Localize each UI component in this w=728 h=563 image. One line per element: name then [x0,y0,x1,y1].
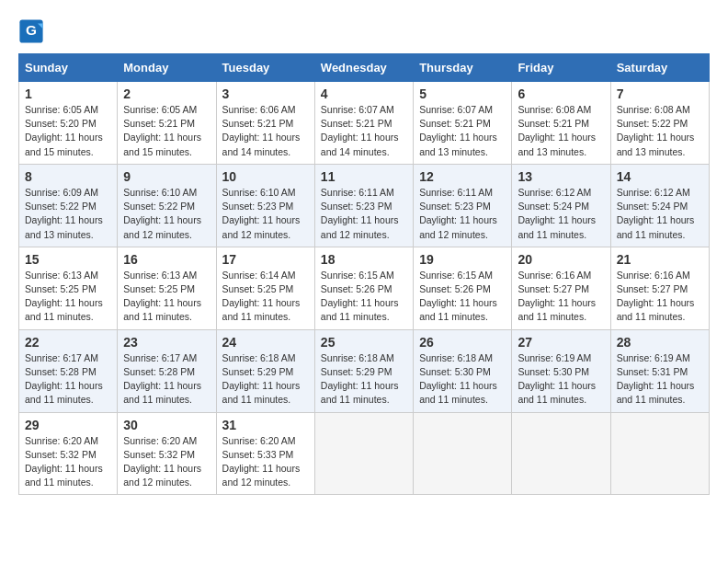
cell-info: Sunrise: 6:07 AMSunset: 5:21 PMDaylight:… [419,104,497,157]
day-number: 9 [123,169,210,184]
calendar-cell: 25 Sunrise: 6:18 AMSunset: 5:29 PMDaylig… [314,329,413,412]
calendar-cell: 7 Sunrise: 6:08 AMSunset: 5:22 PMDayligh… [610,82,709,165]
calendar-cell [414,412,512,495]
cell-info: Sunrise: 6:10 AMSunset: 5:22 PMDaylight:… [123,187,201,240]
day-number: 16 [123,252,210,267]
column-header-thursday: Thursday [414,54,512,82]
calendar-cell: 16 Sunrise: 6:13 AMSunset: 5:25 PMDaylig… [118,247,216,329]
day-number: 1 [25,86,111,101]
cell-info: Sunrise: 6:05 AMSunset: 5:21 PMDaylight:… [123,104,201,157]
day-number: 26 [419,335,506,350]
general-blue-icon: G [18,18,44,44]
calendar-cell: 29 Sunrise: 6:20 AMSunset: 5:32 PMDaylig… [19,412,118,495]
day-number: 2 [123,86,210,101]
cell-info: Sunrise: 6:18 AMSunset: 5:29 PMDaylight:… [222,352,301,406]
calendar-header-row: SundayMondayTuesdayWednesdayThursdayFrid… [19,54,710,82]
day-number: 4 [321,86,407,101]
calendar-table: SundayMondayTuesdayWednesdayThursdayFrid… [18,53,710,495]
cell-info: Sunrise: 6:14 AMSunset: 5:25 PMDaylight:… [222,270,301,323]
cell-info: Sunrise: 6:17 AMSunset: 5:28 PMDaylight:… [123,352,201,406]
day-number: 18 [321,252,407,267]
calendar-cell: 3 Sunrise: 6:06 AMSunset: 5:21 PMDayligh… [216,82,314,165]
cell-info: Sunrise: 6:20 AMSunset: 5:32 PMDaylight:… [25,435,103,488]
column-header-wednesday: Wednesday [314,54,413,82]
column-header-tuesday: Tuesday [216,54,314,82]
calendar-cell: 5 Sunrise: 6:07 AMSunset: 5:21 PMDayligh… [414,82,512,165]
cell-info: Sunrise: 6:07 AMSunset: 5:21 PMDaylight:… [321,104,399,157]
cell-info: Sunrise: 6:11 AMSunset: 5:23 PMDaylight:… [419,187,497,240]
calendar-cell: 11 Sunrise: 6:11 AMSunset: 5:23 PMDaylig… [314,164,413,247]
calendar-cell: 17 Sunrise: 6:14 AMSunset: 5:25 PMDaylig… [216,247,314,329]
cell-info: Sunrise: 6:08 AMSunset: 5:21 PMDaylight:… [518,104,596,157]
day-number: 12 [419,169,506,184]
calendar-cell: 19 Sunrise: 6:15 AMSunset: 5:26 PMDaylig… [414,247,512,329]
calendar-cell: 2 Sunrise: 6:05 AMSunset: 5:21 PMDayligh… [118,82,216,165]
day-number: 13 [518,169,604,184]
page-header: G [18,18,710,44]
calendar-cell: 12 Sunrise: 6:11 AMSunset: 5:23 PMDaylig… [414,164,512,247]
calendar-week-row: 22 Sunrise: 6:17 AMSunset: 5:28 PMDaylig… [19,329,710,412]
day-number: 14 [617,169,703,184]
day-number: 24 [222,335,309,350]
cell-info: Sunrise: 6:16 AMSunset: 5:27 PMDaylight:… [518,270,596,323]
calendar-cell: 28 Sunrise: 6:19 AMSunset: 5:31 PMDaylig… [610,329,709,412]
calendar-cell: 1 Sunrise: 6:05 AMSunset: 5:20 PMDayligh… [19,82,118,165]
cell-info: Sunrise: 6:20 AMSunset: 5:33 PMDaylight:… [222,435,301,488]
calendar-cell: 20 Sunrise: 6:16 AMSunset: 5:27 PMDaylig… [512,247,610,329]
day-number: 20 [518,252,604,267]
calendar-week-row: 1 Sunrise: 6:05 AMSunset: 5:20 PMDayligh… [19,82,710,165]
cell-info: Sunrise: 6:12 AMSunset: 5:24 PMDaylight:… [518,187,596,240]
calendar-cell: 9 Sunrise: 6:10 AMSunset: 5:22 PMDayligh… [118,164,216,247]
column-header-monday: Monday [118,54,216,82]
calendar-cell: 27 Sunrise: 6:19 AMSunset: 5:30 PMDaylig… [512,329,610,412]
cell-info: Sunrise: 6:09 AMSunset: 5:22 PMDaylight:… [25,187,103,240]
day-number: 27 [518,335,604,350]
calendar-cell: 15 Sunrise: 6:13 AMSunset: 5:25 PMDaylig… [19,247,118,329]
calendar-cell: 31 Sunrise: 6:20 AMSunset: 5:33 PMDaylig… [216,412,314,495]
calendar-cell [512,412,610,495]
cell-info: Sunrise: 6:08 AMSunset: 5:22 PMDaylight:… [617,104,695,157]
calendar-cell: 23 Sunrise: 6:17 AMSunset: 5:28 PMDaylig… [118,329,216,412]
day-number: 23 [123,335,210,350]
day-number: 7 [617,86,703,101]
calendar-week-row: 29 Sunrise: 6:20 AMSunset: 5:32 PMDaylig… [19,412,710,495]
cell-info: Sunrise: 6:16 AMSunset: 5:27 PMDaylight:… [617,270,695,323]
cell-info: Sunrise: 6:13 AMSunset: 5:25 PMDaylight:… [25,270,103,323]
day-number: 29 [25,418,111,432]
calendar-cell: 8 Sunrise: 6:09 AMSunset: 5:22 PMDayligh… [19,164,118,247]
day-number: 5 [419,86,506,101]
calendar-cell: 21 Sunrise: 6:16 AMSunset: 5:27 PMDaylig… [610,247,709,329]
calendar-cell: 26 Sunrise: 6:18 AMSunset: 5:30 PMDaylig… [414,329,512,412]
day-number: 17 [222,252,309,267]
calendar-week-row: 8 Sunrise: 6:09 AMSunset: 5:22 PMDayligh… [19,164,710,247]
calendar-cell: 30 Sunrise: 6:20 AMSunset: 5:32 PMDaylig… [118,412,216,495]
day-number: 15 [25,252,111,267]
day-number: 31 [222,418,309,432]
calendar-cell: 18 Sunrise: 6:15 AMSunset: 5:26 PMDaylig… [314,247,413,329]
day-number: 19 [419,252,506,267]
day-number: 3 [222,86,309,101]
calendar-cell: 24 Sunrise: 6:18 AMSunset: 5:29 PMDaylig… [216,329,314,412]
calendar-week-row: 15 Sunrise: 6:13 AMSunset: 5:25 PMDaylig… [19,247,710,329]
calendar-cell: 10 Sunrise: 6:10 AMSunset: 5:23 PMDaylig… [216,164,314,247]
cell-info: Sunrise: 6:13 AMSunset: 5:25 PMDaylight:… [123,270,201,323]
calendar-cell: 22 Sunrise: 6:17 AMSunset: 5:28 PMDaylig… [19,329,118,412]
logo: G [18,18,46,44]
day-number: 8 [25,169,111,184]
day-number: 28 [617,335,703,350]
cell-info: Sunrise: 6:12 AMSunset: 5:24 PMDaylight:… [617,187,695,240]
cell-info: Sunrise: 6:05 AMSunset: 5:20 PMDaylight:… [25,104,103,157]
cell-info: Sunrise: 6:17 AMSunset: 5:28 PMDaylight:… [25,352,103,406]
cell-info: Sunrise: 6:11 AMSunset: 5:23 PMDaylight:… [321,187,399,240]
column-header-saturday: Saturday [610,54,709,82]
calendar-cell [314,412,413,495]
cell-info: Sunrise: 6:15 AMSunset: 5:26 PMDaylight:… [321,270,399,323]
column-header-sunday: Sunday [19,54,118,82]
column-header-friday: Friday [512,54,610,82]
cell-info: Sunrise: 6:18 AMSunset: 5:30 PMDaylight:… [419,352,497,406]
calendar-cell: 14 Sunrise: 6:12 AMSunset: 5:24 PMDaylig… [610,164,709,247]
cell-info: Sunrise: 6:20 AMSunset: 5:32 PMDaylight:… [123,435,201,488]
calendar-cell [610,412,709,495]
calendar-cell: 6 Sunrise: 6:08 AMSunset: 5:21 PMDayligh… [512,82,610,165]
day-number: 10 [222,169,309,184]
